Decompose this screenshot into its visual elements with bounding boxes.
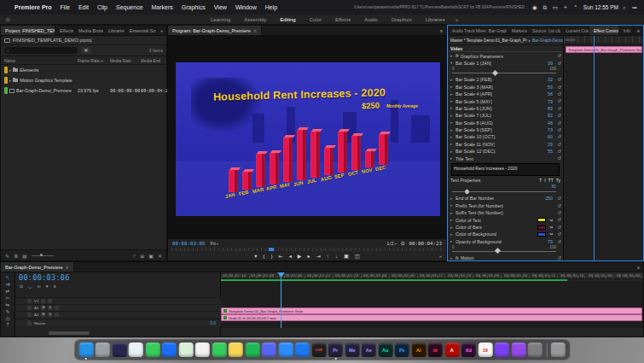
project-writable-icon[interactable]: ✎ [5, 253, 9, 259]
clip-a1[interactable]: Grab 01 of 00-06-32-08 2.wav [221, 314, 642, 321]
dock-calendar-icon[interactable]: 19 [478, 343, 492, 357]
tab-effects[interactable]: Effects [55, 26, 74, 35]
home-icon[interactable]: ⌂ [0, 16, 15, 22]
mute-button[interactable]: M [41, 306, 45, 310]
reset-icon[interactable]: ↺ [557, 77, 561, 82]
master-level-value[interactable]: 0.0 [211, 321, 216, 325]
panel-menu-icon[interactable]: ≡ [634, 28, 643, 33]
reset-icon[interactable]: ↺ [557, 106, 561, 111]
reset-icon[interactable]: ↺ [557, 53, 561, 58]
param-value[interactable]: 56 [548, 91, 553, 97]
project-breadcrumb[interactable]: FINISHED_TEMPLATE_DEMO.prproj [1, 36, 166, 45]
dock-premiere-pro-icon[interactable]: Pr [328, 343, 343, 357]
dock-facetime-icon[interactable] [212, 343, 226, 357]
label-color-chip[interactable] [4, 77, 8, 84]
dock-launchpad-icon[interactable] [96, 343, 110, 357]
effect-controls-mini-timeline[interactable]: 00:00 Template Demo 01_Bar-Graph_Premier… [564, 36, 643, 261]
effect-row-color-of-bars[interactable]: ▸Color of Bars✎↺ [448, 224, 563, 231]
tab-info[interactable]: Info [619, 26, 634, 35]
reset-icon[interactable]: ↺ [557, 120, 561, 126]
dock-mail-icon[interactable] [162, 343, 177, 357]
dock-siri-icon[interactable] [112, 343, 126, 357]
effect-row-color-of-background[interactable]: ▸Color of Background✎↺ [448, 231, 563, 237]
list-view-icon[interactable]: ≣ [14, 253, 18, 259]
panel-menu-icon[interactable]: » [157, 28, 166, 33]
reset-icon[interactable]: ↺ [557, 149, 561, 154]
effect-row-motion[interactable]: ▸fxMotion↺ [448, 255, 563, 261]
dock-live-icon[interactable]: LIVE [311, 343, 326, 357]
settings-wrench-icon[interactable]: ⚙ [400, 241, 404, 246]
effect-row-graphics-parameters[interactable]: ▸fxGraphics Parameters↺ [448, 52, 563, 59]
add-marker-icon[interactable]: ▾ [46, 284, 49, 290]
workspace-tab-graphics[interactable]: Graphics [385, 17, 419, 22]
extract-button[interactable]: ↓ [335, 253, 338, 259]
search-input[interactable]: ⌕ [4, 47, 78, 54]
effect-row-bar-scale-3-mar[interactable]: ▸Bar Scale 3 (MAR)59↺ [448, 84, 563, 91]
reset-icon[interactable]: ↺ [557, 127, 561, 132]
tab-lumetri-color[interactable]: Lumetri Color [561, 26, 589, 35]
razor-tool[interactable]: ✂ [5, 295, 9, 301]
param-value[interactable]: 32 [548, 77, 553, 82]
tab-libraries[interactable]: Libraries [104, 26, 125, 35]
mini-timeline-clip[interactable]: Template Demo 01_Bar-Graph_Premiere Grab [566, 46, 642, 53]
timeline-scrollbar[interactable] [49, 331, 90, 335]
eyedropper-icon[interactable]: ✎ [548, 217, 554, 223]
dock-zoom-icon[interactable] [278, 343, 293, 357]
dock-messages-icon[interactable] [145, 343, 160, 357]
type-tool[interactable]: T [6, 322, 9, 327]
reset-icon[interactable]: ↺ [557, 113, 561, 118]
linked-selection-icon[interactable]: ∞ [38, 284, 41, 290]
button-editor-icon[interactable]: + [438, 253, 442, 259]
mini-timeline-ruler[interactable]: 00:00 [564, 36, 643, 44]
dock-finder-icon[interactable] [78, 343, 93, 357]
menu-sequence[interactable]: Sequence [112, 4, 148, 10]
reset-icon[interactable]: ↺ [557, 255, 561, 261]
column-header-frame-rate[interactable]: Frame Rate ∧ [78, 59, 110, 63]
track-eye-icon[interactable] [41, 299, 45, 303]
effect-row-suffix-text-for-number[interactable]: ▸Suffix Text (for Number)↺ [448, 209, 563, 216]
effect-row-bar-scale-5-may[interactable]: ▸Bar Scale 5 (MAY)79↺ [448, 97, 563, 104]
param-value[interactable]: 48 [548, 120, 553, 126]
reset-icon[interactable]: ↺ [557, 225, 561, 230]
workspace-tab-audio[interactable]: Audio [357, 17, 384, 22]
chevron-right-icon[interactable]: ▸ [9, 79, 11, 83]
font-style-i-button[interactable]: I [544, 178, 545, 183]
tab-source[interactable]: Source: (no clips) [528, 26, 561, 35]
tab-audio-track-mixer[interactable]: Audio Track Mixer: Bar-Graph-Demo_Premie… [448, 26, 508, 35]
column-header-name[interactable]: Name [4, 59, 78, 63]
effect-row-end-of-bar-number[interactable]: ▸End of Bar Number250↺ [448, 195, 563, 202]
track-header-a1[interactable]: A1MS [15, 304, 221, 311]
effect-row-title-text[interactable]: ▸Title Text↺ [448, 155, 563, 161]
nest-icon[interactable]: ⧉ [20, 284, 23, 290]
tab-effect-controls[interactable]: Effect Controls [589, 26, 619, 35]
effect-row-bar-scale-12-dec[interactable]: ▸Bar Scale 12 (DEC)55↺ [448, 148, 563, 155]
effect-row-bar-scale-2-feb[interactable]: ▸Bar Scale 2 (FEB)32↺ [448, 76, 563, 83]
dock-indesign-icon[interactable]: Id [428, 343, 443, 357]
reset-icon[interactable]: ↺ [557, 91, 561, 97]
font-style-tt-button[interactable]: TT [548, 178, 554, 183]
menu-view[interactable]: View [210, 4, 231, 10]
reset-icon[interactable]: ↺ [557, 98, 561, 103]
filter-icon[interactable]: ▣ [81, 47, 91, 54]
param-value[interactable]: 60 [548, 134, 553, 139]
dock-discord-icon[interactable] [262, 343, 276, 357]
dock-acrobat-icon[interactable]: A [444, 343, 459, 357]
param-value[interactable]: 79 [548, 99, 553, 104]
table-row[interactable]: ▸Elements [1, 65, 166, 75]
voiceover-record-icon[interactable] [55, 313, 59, 317]
tab-media-browser[interactable]: Media Browser [74, 26, 104, 35]
panel-menu-icon[interactable]: ≡ [634, 265, 643, 270]
battery-icon[interactable]: ▭ [551, 4, 560, 11]
track-lock-icon[interactable] [27, 299, 32, 303]
plus-icon[interactable]: + [561, 4, 570, 10]
master-clip-label[interactable]: Master * Template Demo 01_Bar-Graph_Pr [450, 38, 527, 43]
thumbnail-zoom-slider[interactable] [32, 255, 54, 256]
dock-app-store-icon[interactable] [295, 343, 310, 357]
param-value[interactable]: 82 [548, 113, 553, 118]
dock-audition-icon[interactable]: Au [378, 343, 392, 357]
tab-essential-sound[interactable]: Essential Sound [125, 26, 157, 35]
timeline-settings-icon[interactable]: ≡ [53, 284, 55, 290]
mute-button[interactable]: M [41, 313, 45, 317]
column-header-media-start[interactable]: Media Start [110, 59, 141, 63]
snap-icon[interactable]: ◡ [28, 284, 32, 290]
